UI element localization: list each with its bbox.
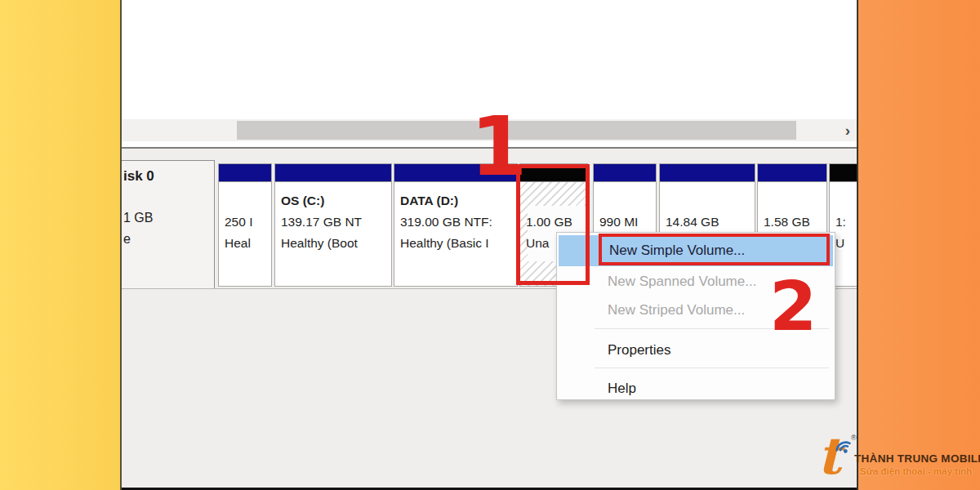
partition-status: Healthy (Boot <box>281 233 391 254</box>
partition-block-os-c[interactable]: OS (C:) 139.17 GB NT Healthy (Boot <box>274 163 392 287</box>
menu-item-help[interactable]: Help <box>557 372 835 405</box>
content-right-border <box>857 0 858 490</box>
disk0-label-box[interactable]: isk 0 1 GB e <box>122 160 215 289</box>
annotation-step-1: 1 <box>470 106 528 188</box>
registered-mark: ® <box>851 434 857 442</box>
disk0-size: 1 GB <box>123 211 153 225</box>
menu-separator <box>595 368 829 368</box>
left-yellow-band <box>0 0 120 490</box>
partition-size: 990 MI <box>599 212 656 233</box>
partition-block-250mb[interactable]: 250 I Heal <box>218 163 272 287</box>
partition-size: 139.17 GB NT <box>281 212 391 233</box>
scrollbar-right-arrow-icon[interactable]: › <box>838 120 858 140</box>
partition-size: 14.84 GB <box>666 212 755 233</box>
partition-status: Heal <box>225 233 271 254</box>
logo-title: THÀNH TRUNG MOBILE <box>854 452 980 465</box>
logo-subtitle: Sửa điện thoại - máy tính <box>860 466 972 476</box>
partition-size: 250 I <box>225 212 271 233</box>
partition-name: OS (C:) <box>281 190 391 212</box>
partition-header-unallocated <box>830 164 857 182</box>
partition-status: U <box>835 233 857 254</box>
partition-size: 1.58 GB <box>764 212 826 233</box>
partition-size: 319.00 GB NTF: <box>400 212 517 233</box>
right-orange-band <box>858 0 980 490</box>
disk0-status: e <box>123 232 131 247</box>
screenshot-frame: › isk 0 1 GB e 250 I Heal OS (C:) 139.17… <box>0 0 980 490</box>
annotation-box-menu-item <box>599 234 830 265</box>
partition-header <box>275 164 391 182</box>
partition-header <box>219 164 271 182</box>
partition-header <box>758 164 826 182</box>
partition-header <box>594 164 656 182</box>
annotation-step-2: 2 <box>769 272 817 341</box>
partition-header <box>660 164 755 182</box>
disk0-name: isk 0 <box>123 168 154 185</box>
partition-status: Healthy (Basic I <box>400 233 517 254</box>
partition-size: 1: <box>835 212 857 233</box>
